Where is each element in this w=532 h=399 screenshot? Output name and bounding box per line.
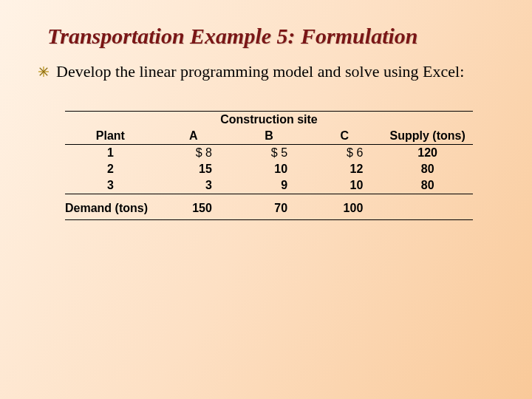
cost-c: 10 bbox=[307, 177, 382, 194]
col-supply: Supply (tons) bbox=[382, 128, 473, 145]
cost-table: Construction site Plant A B C Supply (to… bbox=[65, 111, 473, 220]
col-site-a: A bbox=[156, 128, 231, 145]
demand-c: 100 bbox=[307, 194, 382, 220]
supply: 80 bbox=[382, 177, 473, 194]
body-text: Develop the linear programming model and… bbox=[56, 62, 464, 81]
cost-a: 15 bbox=[156, 161, 231, 177]
col-plant: Plant bbox=[65, 128, 156, 145]
col-site-c: C bbox=[307, 128, 382, 145]
body-line: Develop the linear programming model and… bbox=[38, 62, 502, 81]
cost-b: $ 5 bbox=[231, 145, 307, 162]
cost-c: $ 6 bbox=[307, 145, 382, 162]
slide: Transportation Example 5: Formulation De… bbox=[0, 0, 532, 399]
cost-a: 3 bbox=[156, 177, 231, 194]
plant-id: 1 bbox=[65, 145, 156, 162]
table-row: 3 3 9 10 80 bbox=[65, 177, 473, 194]
cost-a: $ 8 bbox=[156, 145, 231, 162]
demand-b: 70 bbox=[231, 194, 307, 220]
bullet-star-icon bbox=[38, 66, 49, 77]
col-site-b: B bbox=[231, 128, 307, 145]
plant-id: 3 bbox=[65, 177, 156, 194]
supply: 80 bbox=[382, 161, 473, 177]
demand-label: Demand (tons) bbox=[65, 194, 156, 220]
slide-title: Transportation Example 5: Formulation bbox=[47, 24, 502, 49]
cost-c: 12 bbox=[307, 161, 382, 177]
plant-id: 2 bbox=[65, 161, 156, 177]
table-row: 2 15 10 12 80 bbox=[65, 161, 473, 177]
demand-row: Demand (tons) 150 70 100 bbox=[65, 194, 473, 220]
table-row: 1 $ 8 $ 5 $ 6 120 bbox=[65, 145, 473, 162]
group-header: Construction site bbox=[156, 112, 383, 129]
cost-b: 9 bbox=[231, 177, 307, 194]
demand-a: 150 bbox=[156, 194, 231, 220]
cost-b: 10 bbox=[231, 161, 307, 177]
supply: 120 bbox=[382, 145, 473, 162]
